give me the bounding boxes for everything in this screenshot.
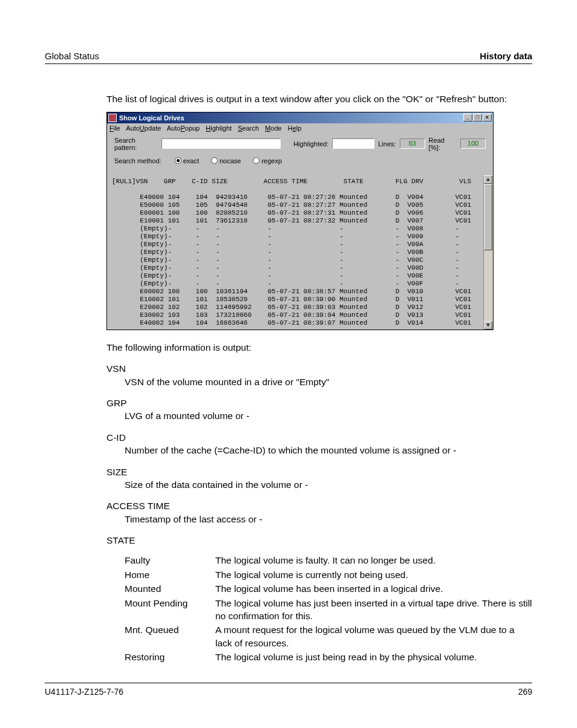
data-row: E40000 104 104 94203416 05-07-21 08:27:2… [112, 193, 471, 201]
minimize-button[interactable]: _ [463, 114, 472, 122]
state-faulty-label: Faulty [125, 554, 215, 567]
menu-file[interactable]: File [109, 125, 120, 132]
title-bar[interactable]: Show Logical Drives _ □ × [107, 112, 493, 123]
data-row: (Empty)- - - - - - V00A - [112, 241, 459, 248]
def-cid-term: C-ID [106, 431, 532, 444]
highlighted-input[interactable] [332, 138, 374, 149]
data-row: (Empty)- - - - - - V00D - [112, 264, 459, 271]
state-mountpending-desc: The logical volume has just been inserte… [215, 597, 532, 623]
def-state-term: STATE [106, 534, 532, 547]
def-grp-desc: LVG of a mounted volume or - [125, 409, 532, 422]
header-rule [45, 63, 532, 64]
header-left: Global Status [45, 51, 99, 61]
def-vsn-desc: VSN of the volume mounted in a drive or … [125, 375, 532, 388]
menu-bar: File AutoUpdate AutoPopup Highlight Sear… [107, 123, 493, 133]
def-size-term: SIZE [106, 466, 532, 478]
data-row: E10001 101 101 73612318 05-07-21 08:27:3… [112, 217, 471, 224]
lead-out: The following information is output: [106, 341, 532, 354]
doc-id: U41117-J-Z125-7-76 [45, 687, 123, 697]
menu-autopopup[interactable]: AutoPopup [167, 125, 200, 132]
state-home-desc: The logical volume is currently not bein… [215, 568, 532, 581]
close-button[interactable]: × [483, 114, 492, 122]
page-number: 269 [518, 687, 532, 697]
def-access-desc: Timestamp of the last access or - [125, 513, 532, 525]
def-size-desc: Size of the data contained in the volume… [125, 478, 532, 491]
data-row: E00002 100 100 10361194 05-07-21 08:38:5… [112, 288, 471, 295]
def-vsn-term: VSN [106, 362, 532, 375]
scroll-up-icon[interactable]: ▲ [484, 175, 492, 184]
maximize-button[interactable]: □ [473, 114, 482, 122]
radio-regexp[interactable]: regexp [253, 157, 282, 164]
scroll-down-icon[interactable]: ▼ [484, 321, 492, 330]
state-mounted-desc: The logical volume has been inserted in … [215, 582, 532, 595]
data-row: (Empty)- - - - - - V008 - [112, 225, 459, 232]
data-row: E00001 100 100 82085210 05-07-21 08:27:3… [112, 209, 471, 216]
data-row: (Empty)- - - - - - V00E - [112, 272, 459, 279]
data-row: E10002 101 101 18538520 05-07-21 08:39:0… [112, 296, 471, 303]
radio-nocase[interactable]: nocase [211, 157, 241, 164]
menu-autoupdate[interactable]: AutoUpdate [126, 125, 161, 132]
footer-rule [45, 683, 532, 683]
menu-mode[interactable]: Mode [265, 125, 282, 132]
state-mntqueued-desc: A mount request for the logical volume w… [215, 623, 532, 649]
highlighted-label: Highlighted: [293, 140, 328, 148]
def-access-term: ACCESS TIME [106, 499, 532, 512]
scroll-thumb[interactable] [484, 184, 492, 250]
state-mounted-label: Mounted [125, 582, 215, 595]
state-mntqueued-label: Mnt. Queued [125, 623, 215, 649]
state-mountpending-label: Mount Pending [125, 597, 215, 623]
radio-exact[interactable]: exact [175, 157, 199, 164]
data-row: E40002 104 104 16863646 05-07-21 08:39:0… [112, 319, 471, 327]
state-home-label: Home [125, 568, 215, 581]
menu-help[interactable]: Help [288, 125, 302, 132]
data-row: E20002 102 102 114695992 05-07-21 08:39:… [112, 304, 471, 311]
data-row: E30002 103 103 173218060 05-07-21 08:39:… [112, 311, 471, 319]
state-faulty-desc: The logical volume is faulty. It can no … [215, 554, 532, 567]
def-cid-desc: Number of the cache (=Cache-ID) to which… [125, 444, 532, 457]
menu-highlight[interactable]: Highlight [206, 125, 232, 132]
search-method-label: Search method: [114, 157, 161, 164]
header-right: History data [480, 51, 532, 61]
data-listing: [RUL1]VSN GRP C-ID SIZE ACCESS TIME STAT… [107, 175, 483, 330]
show-logical-drives-window: Show Logical Drives _ □ × File AutoUpdat… [106, 112, 494, 330]
read-label: Read [%]: [429, 137, 457, 151]
search-pattern-label: Search pattern: [114, 137, 158, 151]
data-row: (Empty)- - - - - - V00C - [112, 256, 459, 264]
data-row: (Empty)- - - - - - V009 - [112, 233, 459, 240]
search-pattern-input[interactable] [161, 138, 280, 149]
intro-paragraph: The list of logical drives is output in … [106, 93, 532, 106]
menu-search[interactable]: Search [238, 125, 259, 132]
data-row: (Empty)- - - - - - V00B - [112, 249, 459, 256]
data-row: (Empty)- - - - - - V00F - [112, 280, 459, 287]
app-icon [108, 114, 117, 122]
column-header-row: [RUL1]VSN GRP C-ID SIZE ACCESS TIME STAT… [112, 178, 471, 185]
state-restoring-label: Restoring [125, 651, 215, 663]
vertical-scrollbar[interactable]: ▲ ▼ [483, 175, 493, 330]
lines-label: Lines: [378, 140, 396, 148]
state-restoring-desc: The logical volume is just being read in… [215, 651, 532, 663]
data-row: E50000 105 105 94794548 05-07-21 08:27:2… [112, 201, 471, 209]
def-grp-term: GRP [106, 397, 532, 409]
window-title: Show Logical Drives [119, 114, 184, 122]
lines-value: 83 [400, 138, 425, 149]
read-value: 100 [460, 138, 486, 149]
